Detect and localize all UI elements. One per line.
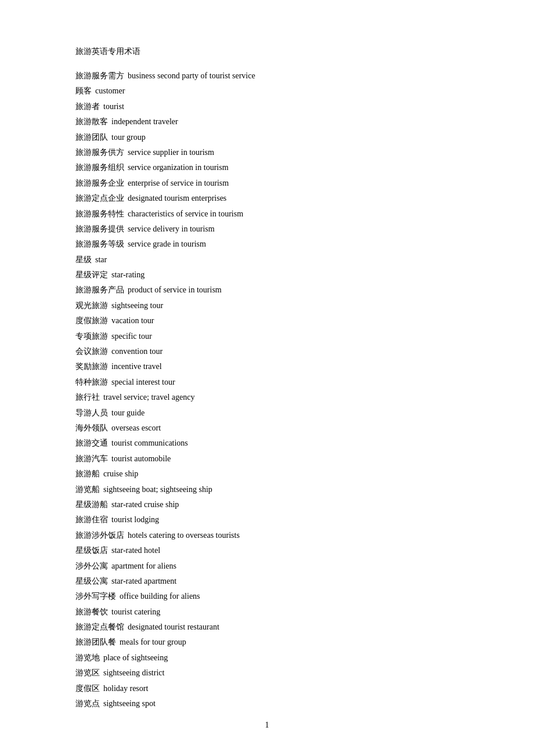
term-chinese: 旅游团队餐 bbox=[75, 636, 116, 649]
term-english: meals for tour group bbox=[120, 636, 186, 649]
term-english: hotels catering to overseas tourists bbox=[128, 529, 240, 542]
list-item: 旅游涉外饭店hotels catering to overseas touris… bbox=[75, 529, 459, 542]
list-item: 旅游住宿tourist lodging bbox=[75, 513, 459, 526]
term-chinese: 旅游团队 bbox=[75, 131, 108, 144]
term-english: product of service in tourism bbox=[128, 284, 222, 296]
term-chinese: 旅游定点餐馆 bbox=[75, 621, 124, 634]
list-item: 游览地place of sightseeing bbox=[75, 652, 459, 664]
term-chinese: 星级饭店 bbox=[75, 544, 108, 557]
term-english: service grade in tourism bbox=[128, 238, 206, 251]
term-english: star-rated cruise ship bbox=[111, 498, 179, 511]
list-item: 旅游定点企业designated tourism enterprises bbox=[75, 192, 459, 205]
list-item: 特种旅游special interest tour bbox=[75, 376, 459, 389]
list-item: 旅游船cruise ship bbox=[75, 468, 459, 480]
term-english: sightseeing boat; sightseeing ship bbox=[103, 483, 212, 496]
list-item: 涉外公寓apartment for aliens bbox=[75, 560, 459, 573]
term-chinese: 观光旅游 bbox=[75, 299, 108, 312]
list-item: 旅游服务等级service grade in tourism bbox=[75, 238, 459, 251]
list-item: 旅游服务企业enterprise of service in tourism bbox=[75, 177, 459, 190]
term-english: specific tour bbox=[111, 330, 152, 343]
term-chinese: 旅游餐饮 bbox=[75, 606, 108, 618]
term-chinese: 导游人员 bbox=[75, 407, 108, 419]
list-item: 游览船sightseeing boat; sightseeing ship bbox=[75, 483, 459, 496]
term-english: designated tourism enterprises bbox=[128, 192, 226, 205]
list-item: 旅游餐饮tourist catering bbox=[75, 606, 459, 618]
term-chinese: 旅游定点企业 bbox=[75, 192, 124, 205]
term-chinese: 旅游服务需方 bbox=[75, 70, 124, 82]
term-english: customer bbox=[95, 85, 125, 97]
page-container: 旅游英语专用术语 旅游服务需方business second party of … bbox=[0, 0, 534, 756]
term-chinese: 专项旅游 bbox=[75, 330, 108, 343]
list-item: 旅游服务特性characteristics of service in tour… bbox=[75, 208, 459, 220]
term-english: cruise ship bbox=[103, 468, 138, 480]
list-item: 星级star bbox=[75, 254, 459, 266]
list-item: 旅游服务组织service organization in tourism bbox=[75, 161, 459, 174]
term-chinese: 旅游服务组织 bbox=[75, 161, 124, 174]
term-chinese: 海外领队 bbox=[75, 422, 108, 435]
term-chinese: 游览船 bbox=[75, 483, 100, 496]
term-chinese: 旅游住宿 bbox=[75, 513, 108, 526]
term-chinese: 旅游服务供方 bbox=[75, 146, 124, 159]
term-english: independent traveler bbox=[111, 115, 178, 128]
term-list: 旅游服务需方business second party of tourist s… bbox=[75, 70, 459, 710]
list-item: 导游人员tour guide bbox=[75, 407, 459, 419]
term-english: holiday resort bbox=[103, 682, 148, 695]
term-english: service delivery in tourism bbox=[128, 223, 215, 236]
list-item: 度假区holiday resort bbox=[75, 682, 459, 695]
term-chinese: 游览点 bbox=[75, 697, 100, 710]
list-item: 星级游船star-rated cruise ship bbox=[75, 498, 459, 511]
list-item: 旅游交通tourist communications bbox=[75, 437, 459, 450]
list-item: 旅游服务产品product of service in tourism bbox=[75, 284, 459, 296]
term-chinese: 度假区 bbox=[75, 682, 100, 695]
term-english: office building for aliens bbox=[120, 590, 200, 603]
list-item: 旅游服务需方business second party of tourist s… bbox=[75, 70, 459, 82]
term-chinese: 星级 bbox=[75, 254, 92, 266]
term-english: special interest tour bbox=[111, 376, 175, 389]
list-item: 顾客customer bbox=[75, 85, 459, 97]
term-english: tourist bbox=[103, 100, 124, 113]
term-chinese: 旅游船 bbox=[75, 468, 100, 480]
term-english: tourist communications bbox=[111, 437, 188, 450]
term-english: incentive travel bbox=[111, 360, 162, 373]
term-english: sightseeing tour bbox=[111, 299, 163, 312]
list-item: 旅游服务供方service supplier in tourism bbox=[75, 146, 459, 159]
list-item: 海外领队overseas escort bbox=[75, 422, 459, 435]
term-chinese: 奖励旅游 bbox=[75, 360, 108, 373]
term-chinese: 旅游交通 bbox=[75, 437, 108, 450]
list-item: 旅游汽车tourist automobile bbox=[75, 453, 459, 465]
list-item: 旅行社travel service; travel agency bbox=[75, 391, 459, 404]
term-chinese: 会议旅游 bbox=[75, 345, 108, 358]
term-english: star-rated apartment bbox=[111, 575, 176, 588]
term-english: tourist lodging bbox=[111, 513, 159, 526]
term-chinese: 涉外写字楼 bbox=[75, 590, 116, 603]
term-english: designated tourist restaurant bbox=[128, 621, 219, 634]
term-english: travel service; travel agency bbox=[103, 391, 194, 404]
term-chinese: 旅游服务等级 bbox=[75, 238, 124, 251]
list-item: 专项旅游specific tour bbox=[75, 330, 459, 343]
term-chinese: 旅游涉外饭店 bbox=[75, 529, 124, 542]
term-english: star bbox=[95, 254, 107, 266]
term-chinese: 旅游服务企业 bbox=[75, 177, 124, 190]
list-item: 星级饭店star-rated hotel bbox=[75, 544, 459, 557]
list-item: 游览区sightseeing district bbox=[75, 667, 459, 679]
term-english: convention tour bbox=[111, 345, 163, 358]
term-chinese: 旅游汽车 bbox=[75, 453, 108, 465]
list-item: 涉外写字楼office building for aliens bbox=[75, 590, 459, 603]
term-chinese: 旅行社 bbox=[75, 391, 100, 404]
term-english: tourist catering bbox=[111, 606, 160, 618]
list-item: 旅游团队tour group bbox=[75, 131, 459, 144]
list-item: 会议旅游convention tour bbox=[75, 345, 459, 358]
term-english: tour guide bbox=[111, 407, 145, 419]
term-english: sightseeing district bbox=[103, 667, 164, 679]
list-item: 度假旅游vacation tour bbox=[75, 314, 459, 327]
term-english: vacation tour bbox=[111, 314, 154, 327]
list-item: 旅游散客independent traveler bbox=[75, 115, 459, 128]
term-chinese: 旅游者 bbox=[75, 100, 100, 113]
list-item: 旅游者tourist bbox=[75, 100, 459, 113]
list-item: 旅游团队餐meals for tour group bbox=[75, 636, 459, 649]
term-chinese: 游览地 bbox=[75, 652, 100, 664]
term-chinese: 星级游船 bbox=[75, 498, 108, 511]
list-item: 游览点sightseeing spot bbox=[75, 697, 459, 710]
term-english: business second party of tourist service bbox=[128, 70, 255, 82]
term-english: star-rated hotel bbox=[111, 544, 160, 557]
